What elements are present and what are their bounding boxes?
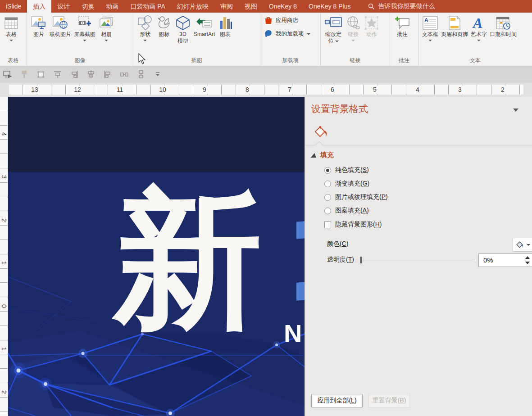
mouse-cursor — [137, 53, 147, 65]
tab-onekey8plus[interactable]: OneKey 8 Plus — [303, 0, 356, 13]
wordart-button[interactable]: A 艺术字 — [469, 14, 488, 41]
button-label: 艺术字 — [471, 31, 487, 38]
button-label: 动作 — [366, 31, 377, 38]
option-pattern-fill[interactable]: 图案填充(A) — [324, 206, 369, 215]
format-painter-icon[interactable] — [19, 69, 29, 79]
ruler-number: 1 — [0, 345, 8, 353]
tab-view[interactable]: 视图 — [239, 0, 263, 13]
collapse-triangle-icon — [311, 153, 317, 158]
header-footer-button[interactable]: 页眉和页脚 — [440, 14, 469, 38]
tab-design[interactable]: 设计 — [51, 0, 76, 13]
transparency-slider-thumb[interactable] — [360, 257, 362, 263]
icons-button[interactable]: 图标 — [155, 14, 173, 38]
button-label: 页眉和页脚 — [441, 31, 468, 38]
tab-slideshow[interactable]: 幻灯片放映 — [171, 0, 214, 13]
align-top-icon[interactable] — [53, 69, 63, 79]
ribbon-group-addins: 应用商店 我的加载项 加载项 — [260, 13, 321, 66]
paint-bucket-icon — [516, 241, 524, 249]
picture-icon — [31, 15, 47, 31]
photo-album-button[interactable]: 相册 — [97, 14, 116, 41]
option-label: 隐藏背景图形(H) — [335, 221, 382, 229]
screenshot-button[interactable]: 屏幕截图 — [73, 14, 97, 41]
group-label-comments: 批注 — [390, 57, 418, 64]
button-label: 文本框 — [422, 31, 438, 38]
align-right-icon[interactable] — [69, 69, 79, 79]
ruler-number: 9 — [200, 86, 209, 94]
option-picture-texture-fill[interactable]: 图片或纹理填充(P) — [324, 193, 388, 202]
group-label-images: 图像 — [27, 57, 133, 64]
ribbon-group-links: 缩放定 位 链接 动作 链接 — [321, 13, 390, 66]
dropdown-arrow-icon — [428, 40, 432, 41]
chart-button[interactable]: 图表 — [216, 14, 234, 38]
online-pictures-button[interactable]: 联机图片 — [48, 14, 73, 38]
app-store-button[interactable]: 应用商店 — [262, 14, 320, 26]
tab-review[interactable]: 审阅 — [214, 0, 239, 13]
resize-object-icon[interactable] — [36, 69, 46, 79]
tell-me-search[interactable]: 告诉我你想要做什么 — [368, 0, 435, 13]
transparency-slider-track[interactable] — [364, 260, 475, 260]
align-center-horizontal-icon[interactable] — [86, 69, 96, 79]
align-left-icon[interactable] — [103, 69, 113, 79]
fill-color-button[interactable] — [513, 238, 532, 252]
button-label: SmartArt — [194, 31, 215, 38]
pane-divider — [305, 145, 532, 145]
transparency-spinner[interactable]: 0% — [478, 253, 532, 267]
tab-pocket-animation[interactable]: 口袋动画 PA — [124, 0, 171, 13]
ruler-number: 1 — [0, 259, 8, 267]
dropdown-arrow-icon — [527, 244, 530, 246]
fill-tab-icon[interactable] — [315, 125, 329, 139]
ribbon-group-text: A 文本框 页眉和页脚 A 艺术字 — [418, 13, 532, 66]
date-time-button[interactable]: 日期和时间 — [488, 14, 518, 38]
tab-onekey8[interactable]: OneKey 8 — [263, 0, 303, 13]
option-gradient-fill[interactable]: 渐变填充(G) — [324, 179, 369, 188]
option-label: 纯色填充(S) — [335, 166, 369, 174]
tab-transitions[interactable]: 切换 — [76, 0, 100, 13]
pane-options-dropdown-icon[interactable] — [513, 109, 518, 112]
radio-icon — [324, 208, 331, 214]
option-solid-fill[interactable]: 纯色填充(S) — [324, 166, 369, 175]
ruler-number: 5 — [370, 86, 380, 94]
search-icon — [368, 3, 375, 10]
tab-islide[interactable]: iSlide — [0, 0, 27, 13]
my-addins-button[interactable]: 我的加载项 — [262, 28, 320, 40]
chart-icon — [218, 15, 233, 31]
ruler-number: 3 — [0, 173, 8, 181]
distribute-vertical-icon[interactable] — [136, 69, 146, 79]
button-label: 批注 — [397, 31, 408, 38]
toolbar-overflow-icon[interactable] — [153, 69, 163, 79]
search-placeholder: 告诉我你想要做什么 — [378, 2, 435, 10]
option-hide-background-graphics[interactable]: 隐藏背景图形(H) — [324, 220, 382, 229]
photo-album-icon — [98, 15, 114, 31]
spinner-up-icon[interactable] — [525, 256, 530, 259]
group-label-illustrations: 插图 — [133, 57, 260, 64]
horizontal-ruler: 13 12 11 10 9 8 7 6 5 4 3 2 — [0, 82, 532, 97]
ruler-number: 4 — [413, 86, 423, 94]
option-label: 图案填充(A) — [335, 207, 369, 215]
smartart-button[interactable]: SmartArt — [192, 14, 216, 38]
tab-insert[interactable]: 插入 — [27, 0, 51, 13]
3d-models-button[interactable]: 3D 模型 — [173, 14, 192, 45]
slide-canvas[interactable]: 新 N — [8, 97, 305, 416]
new-comment-button[interactable]: 批注 — [392, 14, 412, 38]
ruler-number: 7 — [285, 86, 295, 94]
text-box-button[interactable]: A 文本框 — [421, 14, 440, 41]
tab-animations[interactable]: 动画 — [100, 0, 124, 13]
button-label: 屏幕截图 — [74, 31, 95, 38]
pictures-button[interactable]: 图片 — [29, 14, 48, 38]
shapes-icon — [137, 15, 153, 31]
table-button[interactable]: 表格 — [2, 14, 20, 41]
fill-section-header[interactable]: 填充 — [311, 151, 334, 159]
screenshot-icon — [77, 15, 93, 31]
transparency-label: 透明度(T) — [327, 256, 354, 264]
distribute-horizontal-icon[interactable] — [119, 69, 129, 79]
zoom-link-button[interactable]: 缩放定 位 — [323, 14, 344, 45]
pane-tab-caret — [316, 141, 323, 149]
dropdown-arrow-icon — [105, 40, 108, 41]
shapes-button[interactable]: 形状 — [136, 14, 155, 41]
apply-to-all-button[interactable]: 应用到全部(L) — [311, 394, 363, 407]
spinner-down-icon[interactable] — [525, 262, 530, 264]
table-icon — [4, 15, 19, 31]
option-label: 图片或纹理填充(P) — [335, 193, 388, 201]
start-slideshow-icon[interactable] — [3, 69, 13, 79]
button-label: 表格 — [6, 31, 17, 38]
